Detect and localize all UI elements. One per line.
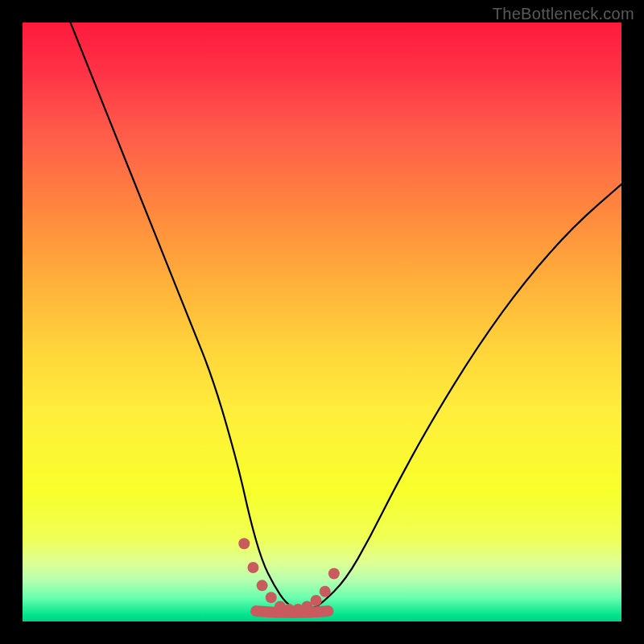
chart-svg	[23, 23, 621, 621]
valley-marker	[247, 562, 258, 573]
chart-frame: TheBottleneck.com	[0, 0, 644, 644]
watermark-text: TheBottleneck.com	[493, 5, 634, 23]
valley-marker	[257, 580, 268, 591]
valley-marker	[328, 568, 340, 579]
bottleneck-curve	[71, 23, 621, 609]
valley-marker	[238, 538, 250, 549]
valley-marker	[266, 592, 277, 603]
valley-marker	[320, 586, 331, 597]
plot-area	[23, 23, 621, 621]
valley-marker	[311, 595, 322, 606]
